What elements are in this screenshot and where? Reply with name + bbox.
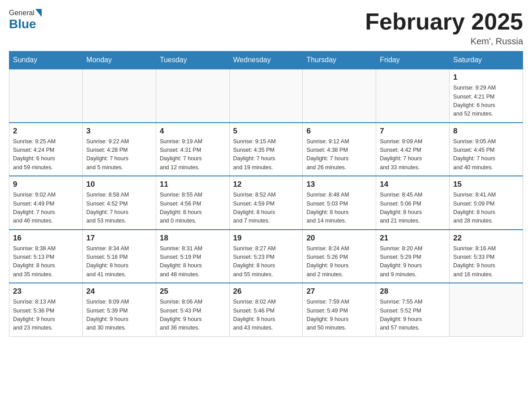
- day-number: 1: [453, 73, 519, 82]
- day-number: 2: [13, 127, 79, 136]
- calendar-cell: 23Sunrise: 8:13 AM Sunset: 5:36 PM Dayli…: [9, 283, 83, 336]
- day-info: Sunrise: 8:20 AM Sunset: 5:29 PM Dayligh…: [380, 244, 446, 279]
- calendar-cell: 9Sunrise: 9:02 AM Sunset: 4:49 PM Daylig…: [9, 176, 83, 230]
- day-number: 22: [453, 234, 519, 243]
- day-number: 11: [160, 180, 226, 189]
- day-info: Sunrise: 8:06 AM Sunset: 5:43 PM Dayligh…: [160, 298, 226, 333]
- day-info: Sunrise: 9:29 AM Sunset: 4:21 PM Dayligh…: [453, 84, 519, 119]
- calendar-cell: 28Sunrise: 7:55 AM Sunset: 5:52 PM Dayli…: [376, 283, 450, 336]
- calendar-cell: [450, 283, 523, 336]
- day-number: 6: [306, 127, 372, 136]
- month-title: February 2025: [365, 9, 523, 34]
- day-info: Sunrise: 9:22 AM Sunset: 4:28 PM Dayligh…: [86, 137, 152, 172]
- calendar-cell: 24Sunrise: 8:09 AM Sunset: 5:39 PM Dayli…: [82, 283, 156, 336]
- day-info: Sunrise: 9:25 AM Sunset: 4:24 PM Dayligh…: [13, 137, 79, 172]
- calendar-cell: 22Sunrise: 8:16 AM Sunset: 5:33 PM Dayli…: [450, 230, 523, 283]
- calendar-week-5: 23Sunrise: 8:13 AM Sunset: 5:36 PM Dayli…: [9, 283, 523, 336]
- day-info: Sunrise: 8:55 AM Sunset: 4:56 PM Dayligh…: [160, 191, 226, 226]
- day-info: Sunrise: 9:05 AM Sunset: 4:45 PM Dayligh…: [453, 137, 519, 172]
- day-info: Sunrise: 8:52 AM Sunset: 4:59 PM Dayligh…: [233, 191, 299, 226]
- weekday-header-saturday: Saturday: [450, 51, 523, 69]
- day-number: 4: [160, 127, 226, 136]
- day-number: 10: [86, 180, 152, 189]
- day-info: Sunrise: 9:02 AM Sunset: 4:49 PM Dayligh…: [13, 191, 79, 226]
- day-info: Sunrise: 7:55 AM Sunset: 5:52 PM Dayligh…: [380, 298, 446, 333]
- calendar-cell: 7Sunrise: 9:09 AM Sunset: 4:42 PM Daylig…: [376, 123, 450, 176]
- calendar-week-3: 9Sunrise: 9:02 AM Sunset: 4:49 PM Daylig…: [9, 176, 523, 230]
- calendar-cell: 27Sunrise: 7:59 AM Sunset: 5:49 PM Dayli…: [303, 283, 376, 336]
- calendar-cell: 15Sunrise: 8:41 AM Sunset: 5:09 PM Dayli…: [450, 176, 523, 230]
- weekday-header-friday: Friday: [376, 51, 450, 69]
- calendar-cell: 2Sunrise: 9:25 AM Sunset: 4:24 PM Daylig…: [9, 123, 83, 176]
- day-number: 12: [233, 180, 299, 189]
- day-number: 8: [453, 127, 519, 136]
- calendar-week-1: 1Sunrise: 9:29 AM Sunset: 4:21 PM Daylig…: [9, 69, 523, 123]
- day-number: 16: [13, 234, 79, 243]
- calendar-cell: 21Sunrise: 8:20 AM Sunset: 5:29 PM Dayli…: [376, 230, 450, 283]
- calendar-cell: [9, 69, 83, 123]
- day-info: Sunrise: 8:34 AM Sunset: 5:16 PM Dayligh…: [86, 244, 152, 279]
- calendar-cell: 8Sunrise: 9:05 AM Sunset: 4:45 PM Daylig…: [450, 123, 523, 176]
- logo-general-text: General: [9, 9, 34, 17]
- calendar-cell: 5Sunrise: 9:15 AM Sunset: 4:35 PM Daylig…: [229, 123, 303, 176]
- calendar-cell: 1Sunrise: 9:29 AM Sunset: 4:21 PM Daylig…: [450, 69, 523, 123]
- weekday-header-row: SundayMondayTuesdayWednesdayThursdayFrid…: [9, 51, 523, 69]
- day-info: Sunrise: 8:31 AM Sunset: 5:19 PM Dayligh…: [160, 244, 226, 279]
- day-info: Sunrise: 8:24 AM Sunset: 5:26 PM Dayligh…: [306, 244, 372, 279]
- day-number: 13: [306, 180, 372, 189]
- logo-blue-text: Blue: [9, 17, 36, 31]
- calendar-cell: [82, 69, 156, 123]
- weekday-header-wednesday: Wednesday: [229, 51, 303, 69]
- calendar-cell: [376, 69, 450, 123]
- weekday-header-thursday: Thursday: [303, 51, 376, 69]
- logo: General Blue: [9, 9, 42, 31]
- calendar-cell: 17Sunrise: 8:34 AM Sunset: 5:16 PM Dayli…: [82, 230, 156, 283]
- calendar-table: SundayMondayTuesdayWednesdayThursdayFrid…: [9, 51, 523, 337]
- calendar-cell: [303, 69, 376, 123]
- weekday-header-sunday: Sunday: [9, 51, 83, 69]
- day-number: 7: [380, 127, 446, 136]
- location-label: Kem', Russia: [365, 36, 523, 47]
- day-number: 9: [13, 180, 79, 189]
- day-number: 20: [306, 234, 372, 243]
- title-section: February 2025 Kem', Russia: [365, 9, 523, 47]
- day-info: Sunrise: 7:59 AM Sunset: 5:49 PM Dayligh…: [306, 298, 372, 333]
- weekday-header-tuesday: Tuesday: [156, 51, 229, 69]
- day-number: 3: [86, 127, 152, 136]
- day-number: 25: [160, 287, 226, 296]
- weekday-header-monday: Monday: [82, 51, 156, 69]
- calendar-cell: 14Sunrise: 8:45 AM Sunset: 5:06 PM Dayli…: [376, 176, 450, 230]
- day-number: 18: [160, 234, 226, 243]
- day-number: 19: [233, 234, 299, 243]
- day-number: 14: [380, 180, 446, 189]
- calendar-cell: [156, 69, 229, 123]
- calendar-cell: 25Sunrise: 8:06 AM Sunset: 5:43 PM Dayli…: [156, 283, 229, 336]
- calendar-cell: 18Sunrise: 8:31 AM Sunset: 5:19 PM Dayli…: [156, 230, 229, 283]
- calendar-cell: 13Sunrise: 8:48 AM Sunset: 5:03 PM Dayli…: [303, 176, 376, 230]
- day-info: Sunrise: 8:16 AM Sunset: 5:33 PM Dayligh…: [453, 244, 519, 279]
- calendar-week-2: 2Sunrise: 9:25 AM Sunset: 4:24 PM Daylig…: [9, 123, 523, 176]
- day-info: Sunrise: 8:48 AM Sunset: 5:03 PM Dayligh…: [306, 191, 372, 226]
- logo-triangle-icon: [35, 9, 42, 17]
- day-number: 21: [380, 234, 446, 243]
- day-info: Sunrise: 8:02 AM Sunset: 5:46 PM Dayligh…: [233, 298, 299, 333]
- calendar-week-4: 16Sunrise: 8:38 AM Sunset: 5:13 PM Dayli…: [9, 230, 523, 283]
- day-info: Sunrise: 9:09 AM Sunset: 4:42 PM Dayligh…: [380, 137, 446, 172]
- day-info: Sunrise: 8:58 AM Sunset: 4:52 PM Dayligh…: [86, 191, 152, 226]
- calendar-cell: 19Sunrise: 8:27 AM Sunset: 5:23 PM Dayli…: [229, 230, 303, 283]
- calendar-cell: 3Sunrise: 9:22 AM Sunset: 4:28 PM Daylig…: [82, 123, 156, 176]
- day-info: Sunrise: 9:19 AM Sunset: 4:31 PM Dayligh…: [160, 137, 226, 172]
- calendar-cell: 10Sunrise: 8:58 AM Sunset: 4:52 PM Dayli…: [82, 176, 156, 230]
- day-number: 24: [86, 287, 152, 296]
- day-info: Sunrise: 9:12 AM Sunset: 4:38 PM Dayligh…: [306, 137, 372, 172]
- page-header: General Blue February 2025 Kem', Russia: [9, 9, 523, 47]
- day-number: 17: [86, 234, 152, 243]
- calendar-cell: 4Sunrise: 9:19 AM Sunset: 4:31 PM Daylig…: [156, 123, 229, 176]
- day-number: 5: [233, 127, 299, 136]
- calendar-cell: 6Sunrise: 9:12 AM Sunset: 4:38 PM Daylig…: [303, 123, 376, 176]
- day-info: Sunrise: 8:27 AM Sunset: 5:23 PM Dayligh…: [233, 244, 299, 279]
- calendar-cell: 11Sunrise: 8:55 AM Sunset: 4:56 PM Dayli…: [156, 176, 229, 230]
- day-number: 27: [306, 287, 372, 296]
- day-info: Sunrise: 8:38 AM Sunset: 5:13 PM Dayligh…: [13, 244, 79, 279]
- day-info: Sunrise: 8:09 AM Sunset: 5:39 PM Dayligh…: [86, 298, 152, 333]
